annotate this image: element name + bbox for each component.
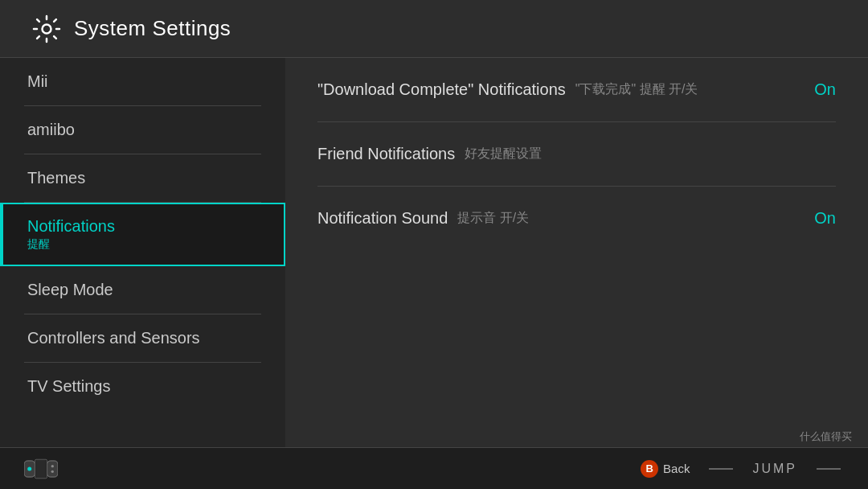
sidebar: Mii amiibo Themes Notifications 提醒 Sleep… xyxy=(0,58,285,447)
b-button-circle: B xyxy=(641,460,658,478)
content-area: "Download Complete" Notifications "下载完成"… xyxy=(285,58,868,447)
back-button[interactable]: B Back xyxy=(641,460,690,478)
svg-point-6 xyxy=(51,464,54,466)
svg-rect-2 xyxy=(47,460,58,476)
content-item-friend-notifications[interactable]: Friend Notifications 好友提醒设置 xyxy=(317,122,836,187)
svg-point-0 xyxy=(43,24,51,33)
svg-point-7 xyxy=(51,470,54,472)
content-item-notification-sound[interactable]: Notification Sound 提示音 开/关 On xyxy=(317,187,836,250)
sidebar-item-notifications[interactable]: Notifications 提醒 xyxy=(0,203,285,266)
svg-rect-4 xyxy=(35,460,46,478)
page-title: System Settings xyxy=(74,16,231,41)
gear-icon xyxy=(32,14,61,43)
jump-line-right xyxy=(817,468,841,470)
content-item-download-complete[interactable]: "Download Complete" Notifications "下载完成"… xyxy=(317,58,836,122)
switch-icon xyxy=(24,458,58,480)
jump-line-left xyxy=(709,468,733,470)
header: System Settings xyxy=(0,0,868,58)
sidebar-item-tv-settings[interactable]: TV Settings xyxy=(0,363,285,410)
jump-label: JUMP xyxy=(752,462,797,476)
footer: B Back JUMP xyxy=(0,447,868,489)
sidebar-item-themes[interactable]: Themes xyxy=(0,154,285,202)
sidebar-item-controllers-sensors[interactable]: Controllers and Sensors xyxy=(0,314,285,362)
footer-left xyxy=(24,458,58,480)
svg-point-5 xyxy=(27,466,31,471)
footer-right: B Back JUMP xyxy=(641,460,844,478)
sidebar-item-sleep-mode[interactable]: Sleep Mode xyxy=(0,266,285,314)
main-content: Mii amiibo Themes Notifications 提醒 Sleep… xyxy=(0,58,868,447)
sidebar-item-amiibo[interactable]: amiibo xyxy=(0,106,285,154)
sidebar-item-mii[interactable]: Mii xyxy=(0,58,285,105)
watermark: 什么值得买 xyxy=(800,429,852,444)
